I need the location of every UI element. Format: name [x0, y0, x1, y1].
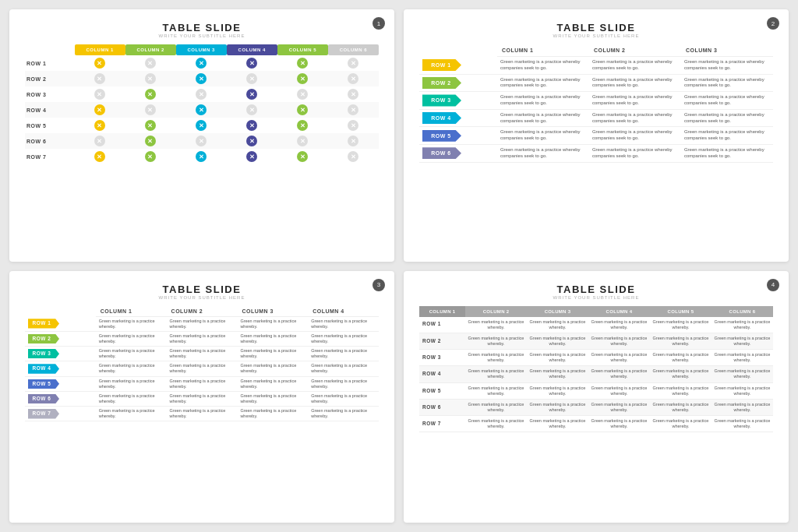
text-cell: Green marketing is a practice whereby. — [308, 361, 379, 376]
check-cell: ✕ — [176, 149, 227, 164]
slide-1-subtitle: WRITE YOUR SUBTITLE HERE — [25, 33, 379, 38]
check-cell: ✕ — [328, 71, 379, 86]
text-cell: Green marketing is a practice whereby co… — [497, 57, 589, 75]
check-cell: ✕ — [176, 55, 227, 71]
row-label: ROW 5 — [25, 118, 75, 133]
text-cell: Green marketing is a practice whereby. — [527, 382, 588, 399]
slide-4-table: COLUMN 1 COLUMN 2 COLUMN 3 COLUMN 4 COLU… — [419, 306, 773, 433]
text-cell: Green marketing is a practice whereby. — [96, 407, 167, 421]
table-row: ROW 1Green marketing is a practice where… — [419, 317, 773, 333]
text-cell: Green marketing is a practice whereby. — [465, 399, 527, 415]
text-cell: Green marketing is a practice whereby. — [465, 333, 527, 349]
text-cell: Green marketing is a practice whereby co… — [681, 74, 773, 92]
text-cell: Green marketing is a practice whereby. — [527, 317, 588, 333]
text-cell: Green marketing is a practice whereby co… — [497, 144, 589, 162]
text-cell: Green marketing is a practice whereby co… — [497, 127, 589, 145]
text-cell: Green marketing is a practice whereby. — [96, 316, 167, 331]
text-cell: Green marketing is a practice whereby co… — [681, 144, 773, 162]
text-cell: Green marketing is a practice whereby co… — [497, 109, 589, 127]
arrow-cell: ROW 7 — [25, 407, 96, 421]
check-cell: ✕ — [328, 133, 379, 149]
check-cell: ✕ — [125, 118, 176, 133]
text-cell: Green marketing is a practice whereby. — [237, 347, 308, 361]
check-cell: ✕ — [176, 71, 227, 86]
table-row: ROW 6Green marketing is a practice where… — [25, 391, 379, 406]
slide-1-number: 1 — [373, 17, 385, 30]
check-cell: ✕ — [75, 55, 125, 71]
s4-col-header-0: COLUMN 1 — [419, 306, 465, 317]
text-cell: Green marketing is a practice whereby. — [96, 331, 167, 346]
slide-4-subtitle: WRITE YOUR SUBTITLE HERE — [419, 295, 773, 300]
text-cell: Green marketing is a practice whereby. — [650, 350, 711, 366]
text-cell: Green marketing is a practice whereby. — [711, 317, 773, 333]
text-cell: Green marketing is a practice whereby. — [711, 366, 773, 382]
s4-col-header-3: COLUMN 4 — [588, 306, 650, 317]
table-row: ROW 4Green marketing is a practice where… — [419, 109, 773, 127]
table-row: ROW 7Green marketing is a practice where… — [419, 416, 773, 432]
text-cell: Green marketing is a practice whereby. — [650, 416, 711, 432]
arrow-cell: ROW 1 — [25, 316, 96, 331]
check-cell: ✕ — [277, 149, 328, 164]
col-header-3: COLUMN 3 — [176, 44, 227, 55]
s4-col-header-1: COLUMN 2 — [465, 306, 527, 317]
slide-3-subtitle: WRITE YOUR SUBTITLE HERE — [25, 295, 379, 300]
table-row: ROW 7Green marketing is a practice where… — [25, 407, 379, 421]
text-cell: Green marketing is a practice whereby co… — [681, 92, 773, 110]
text-cell: Green marketing is a practice whereby. — [650, 382, 711, 399]
row-label: ROW 3 — [419, 350, 465, 366]
check-cell: ✕ — [125, 102, 176, 118]
text-cell: Green marketing is a practice whereby co… — [589, 92, 681, 110]
text-cell: Green marketing is a practice whereby. — [465, 366, 527, 382]
text-cell: Green marketing is a practice whereby. — [711, 399, 773, 415]
check-cell: ✕ — [227, 71, 277, 86]
s3-col-4: COLUMN 4 — [308, 306, 379, 317]
slide-2-title: TABLE SLIDE — [419, 22, 773, 33]
text-cell: Green marketing is a practice whereby co… — [681, 127, 773, 145]
text-cell: Green marketing is a practice whereby. — [237, 361, 308, 376]
check-cell: ✕ — [227, 149, 277, 164]
text-cell: Green marketing is a practice whereby. — [167, 331, 238, 346]
row-label: ROW 4 — [25, 102, 75, 118]
text-cell: Green marketing is a practice whereby. — [237, 391, 308, 406]
slide-2-subtitle: WRITE YOUR SUBTITLE HERE — [419, 33, 773, 38]
arrow-cell: ROW 3 — [419, 92, 497, 110]
row-label: ROW 4 — [419, 366, 465, 382]
text-cell: Green marketing is a practice whereby co… — [681, 109, 773, 127]
text-cell: Green marketing is a practice whereby. — [237, 331, 308, 346]
check-cell: ✕ — [176, 133, 227, 149]
text-cell: Green marketing is a practice whereby. — [96, 391, 167, 406]
slide-3-table: COLUMN 1 COLUMN 2 COLUMN 3 COLUMN 4 ROW … — [25, 306, 379, 422]
arrow-cell: ROW 4 — [419, 109, 497, 127]
table-row: ROW 5Green marketing is a practice where… — [25, 376, 379, 391]
text-cell: Green marketing is a practice whereby. — [308, 347, 379, 361]
text-cell: Green marketing is a practice whereby. — [711, 382, 773, 399]
check-cell: ✕ — [328, 102, 379, 118]
row-label: ROW 2 — [419, 333, 465, 349]
text-cell: Green marketing is a practice whereby. — [96, 347, 167, 361]
arrow-cell: ROW 5 — [419, 127, 497, 145]
row-label: ROW 7 — [419, 416, 465, 432]
check-cell: ✕ — [277, 133, 328, 149]
text-cell: Green marketing is a practice whereby. — [711, 350, 773, 366]
arrow-cell: ROW 6 — [25, 391, 96, 406]
check-cell: ✕ — [125, 133, 176, 149]
text-cell: Green marketing is a practice whereby co… — [589, 57, 681, 75]
text-cell: Green marketing is a practice whereby. — [465, 317, 527, 333]
row-label: ROW 6 — [25, 133, 75, 149]
text-cell: Green marketing is a practice whereby. — [96, 376, 167, 391]
arrow-cell: ROW 1 — [419, 57, 497, 75]
table-row: ROW 6Green marketing is a practice where… — [419, 144, 773, 162]
table-row: ROW 2Green marketing is a practice where… — [419, 74, 773, 92]
text-cell: Green marketing is a practice whereby. — [588, 416, 650, 432]
table-row: ROW 4Green marketing is a practice where… — [25, 361, 379, 376]
row-label: ROW 3 — [25, 86, 75, 102]
s2-col-1: COLUMN 1 — [497, 44, 589, 57]
check-cell: ✕ — [125, 71, 176, 86]
check-cell: ✕ — [227, 102, 277, 118]
table-row: ROW 6Green marketing is a practice where… — [419, 399, 773, 415]
table-row: ROW 4Green marketing is a practice where… — [419, 366, 773, 382]
slide-4: TABLE SLIDE WRITE YOUR SUBTITLE HERE 4 C… — [404, 271, 789, 523]
text-cell: Green marketing is a practice whereby co… — [589, 144, 681, 162]
table-row: ROW 2Green marketing is a practice where… — [419, 333, 773, 349]
check-cell: ✕ — [176, 118, 227, 133]
